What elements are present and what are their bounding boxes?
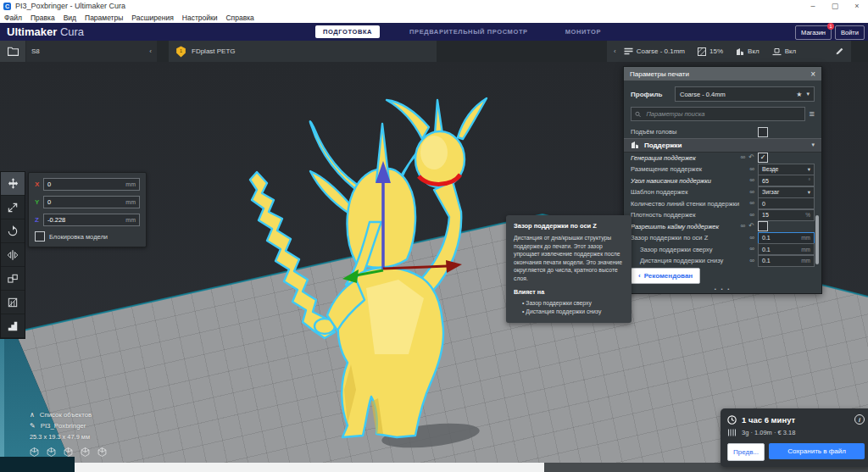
setting-row[interactable]: Размещение поддержек∞Везде▾ — [624, 164, 821, 175]
setting-input[interactable]: 0.1mm — [758, 232, 815, 244]
menu-item-справка[interactable]: Справка — [225, 14, 253, 22]
setting-label: Разрешить кайму поддержек — [631, 223, 741, 230]
position-input-y[interactable]: 0mm — [43, 196, 140, 208]
revert-icon[interactable]: ↶ — [748, 223, 754, 230]
link-icon[interactable]: ∞ — [741, 223, 746, 230]
view-3d-button[interactable] — [30, 445, 39, 460]
menu-item-вид[interactable]: Вид — [64, 14, 76, 22]
setting-row[interactable]: Разрешить кайму поддержек∞↶ — [624, 221, 821, 233]
menu-item-расширения[interactable]: Расширения — [131, 14, 173, 22]
settings-visibility-menu-icon[interactable]: ≡ — [810, 109, 815, 119]
setting-checkbox[interactable] — [758, 127, 768, 137]
adhesion-icon — [772, 47, 782, 56]
link-icon[interactable]: ∞ — [749, 177, 754, 184]
object-name-row[interactable]: ✎ PI3_Poxbringer — [30, 422, 107, 430]
setting-row[interactable]: Количество линий стенки поддержки∞0 — [624, 198, 821, 210]
setting-checkbox[interactable] — [758, 221, 768, 231]
setting-label: Подъём головы — [631, 128, 758, 136]
minimize-button[interactable]: – — [802, 0, 824, 12]
maximize-button[interactable]: ▢ — [824, 0, 846, 12]
link-icon[interactable]: ∞ — [749, 246, 754, 253]
setting-input[interactable]: 0.1mm — [758, 255, 815, 267]
stage-tab-inactive[interactable]: ПРЕДВАРИТЕЛЬНЫЙ ПРОСМОТР — [402, 25, 536, 38]
object-list-toggle[interactable]: ∧ Список объектов — [30, 411, 107, 419]
setting-input[interactable]: 0.1mm — [758, 243, 815, 255]
setting-input[interactable]: 65° — [758, 175, 815, 186]
support-blocker-tool-button[interactable] — [1, 291, 25, 314]
move-tool-button[interactable] — [1, 172, 25, 196]
edit-settings-pencil-icon[interactable] — [835, 47, 844, 56]
info-icon[interactable]: i — [854, 414, 865, 425]
link-icon[interactable]: ∞ — [749, 200, 754, 207]
settings-search[interactable] — [631, 107, 805, 121]
setting-select[interactable]: Зигзаг▾ — [758, 186, 815, 198]
menu-item-параметры[interactable]: Параметры — [85, 14, 123, 22]
setting-row[interactable]: Зазор поддержки сверху∞0.1mm — [624, 244, 821, 256]
position-value: -0.228 — [47, 216, 125, 224]
setting-row[interactable]: Генерация поддержек∞↶✓ — [624, 153, 821, 164]
view-left-button[interactable] — [81, 445, 90, 460]
search-input[interactable] — [644, 109, 800, 119]
view-front-button[interactable] — [47, 445, 56, 460]
lock-model-checkbox[interactable] — [35, 231, 45, 242]
setting-row[interactable]: Подъём головы — [624, 126, 821, 138]
tooltip-affects-label: Влияет на — [514, 288, 624, 296]
position-input-x[interactable]: 0mm — [43, 178, 140, 191]
custom-supports-tool-button[interactable] — [1, 314, 25, 338]
stage-tab-active[interactable]: ПОДГОТОВКА — [315, 25, 380, 38]
view-top-button[interactable] — [64, 445, 73, 460]
setting-row[interactable]: Дистанция поддержки снизу∞0.1mm — [624, 255, 821, 267]
object-list-overlay: ∧ Список объектов ✎ PI3_Poxbringer 25.3 … — [30, 411, 107, 460]
setting-row[interactable]: Плотность поддержек∞15% — [624, 209, 821, 221]
mirror-tool-button[interactable] — [1, 243, 25, 267]
infill-value: 15% — [709, 47, 723, 55]
link-icon[interactable]: ∞ — [749, 212, 754, 219]
settings-panel-header[interactable]: Параметры печати × — [624, 67, 821, 81]
setting-row[interactable]: Угол нависания поддержки∞65° — [624, 175, 821, 187]
scale-tool-button[interactable] — [1, 196, 25, 219]
view-top-icon — [64, 447, 73, 457]
open-file-button[interactable] — [0, 41, 25, 62]
recommended-mode-button[interactable]: ‹ Рекомендован — [631, 268, 700, 284]
stage-tab-inactive[interactable]: МОНИТОР — [558, 25, 609, 38]
link-icon[interactable]: ∞ — [749, 258, 754, 264]
material-selector[interactable]: 1 FDplast PETG — [169, 41, 437, 62]
position-input-z[interactable]: -0.228mm — [43, 214, 140, 226]
preview-button[interactable]: Предв... — [727, 443, 765, 461]
print-settings-summary[interactable]: ‹ Coarse - 0.1mm 15% Вкл — [607, 41, 851, 62]
menu-item-правка[interactable]: Правка — [31, 14, 55, 22]
setting-control: Везде▾ — [758, 164, 815, 175]
close-button[interactable]: × — [846, 0, 868, 12]
link-icon[interactable]: ∞ — [749, 166, 754, 173]
revert-icon[interactable]: ↶ — [748, 154, 754, 161]
setting-input[interactable]: 15% — [758, 209, 815, 221]
printer-selector[interactable]: S8 ‹ — [26, 41, 157, 62]
setting-row[interactable]: Шаблон поддержек∞Зигзаг▾ — [624, 186, 821, 198]
panel-resize-grip[interactable]: • • • — [624, 286, 821, 292]
link-icon[interactable]: ∞ — [749, 189, 754, 196]
menu-item-настройки[interactable]: Настройки — [182, 14, 218, 22]
setting-select[interactable]: Везде▾ — [758, 164, 815, 175]
setting-row[interactable]: Зазор поддержки по оси Z∞0.1mm — [624, 232, 821, 244]
save-to-file-button[interactable]: Сохранить в файл — [769, 443, 865, 459]
view-right-button[interactable] — [97, 445, 107, 460]
printer-name: S8 — [31, 47, 40, 55]
menu-item-файл[interactable]: Файл — [4, 14, 22, 22]
settings-scrollbar[interactable] — [815, 215, 819, 264]
settings-category-supports[interactable]: Поддержки▾ — [624, 138, 821, 153]
setting-input[interactable]: 0 — [758, 197, 815, 209]
link-icon[interactable]: ∞ — [749, 235, 754, 242]
camera-view-buttons — [30, 445, 107, 460]
layer-height-icon — [624, 47, 633, 55]
sign-in-button[interactable]: Войти — [835, 25, 865, 40]
setting-checkbox[interactable]: ✓ — [758, 153, 768, 163]
rotate-tool-button[interactable] — [1, 219, 25, 243]
marketplace-button[interactable]: Магазин 1 — [795, 25, 832, 40]
per-model-settings-tool-button[interactable] — [1, 267, 25, 291]
rotate-icon — [7, 225, 19, 237]
close-icon[interactable]: × — [810, 69, 815, 79]
input-value: 0.1 — [762, 235, 801, 241]
link-icon[interactable]: ∞ — [741, 154, 746, 161]
profile-dropdown[interactable]: Coarse - 0.4mm ★ ▾ — [675, 86, 815, 102]
tooltip-body: Дистанция от дна/крышки структуры поддер… — [514, 234, 624, 282]
